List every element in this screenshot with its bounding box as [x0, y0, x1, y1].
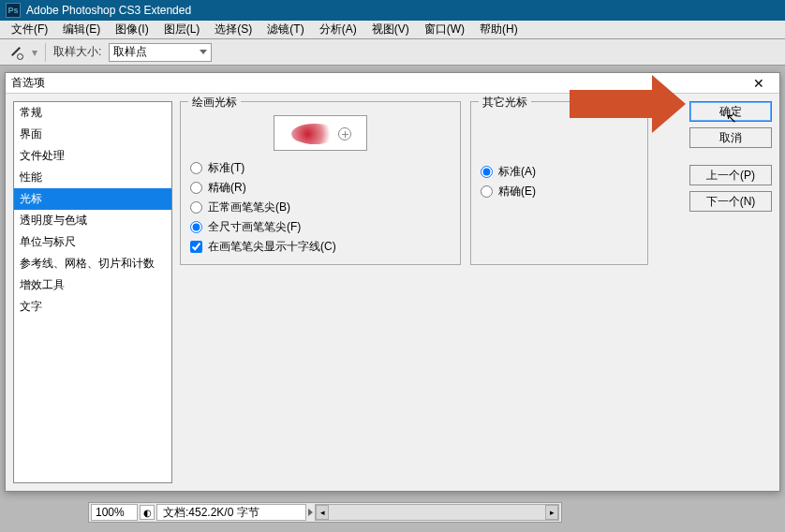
close-button[interactable]: ✕: [744, 74, 774, 93]
status-icon[interactable]: ◐: [140, 505, 155, 520]
window-titlebar: Ps Adobe Photoshop CS3 Extended: [0, 0, 785, 21]
paint-radio-standard[interactable]: 标准(T): [190, 160, 451, 176]
dialog-button-column: 确定 取消 上一个(P) 下一个(N): [689, 101, 772, 212]
category-plugins[interactable]: 增效工具: [14, 274, 171, 296]
paint-check-crosshair[interactable]: 在画笔笔尖显示十字线(C): [190, 239, 451, 255]
status-flyout-arrow[interactable]: [308, 509, 313, 516]
prev-button[interactable]: 上一个(P): [689, 165, 772, 185]
painting-cursors-title: 绘画光标: [188, 95, 241, 111]
dialog-titlebar: 首选项 ✕: [6, 73, 779, 94]
sample-size-value: 取样点: [113, 44, 147, 60]
menu-layer[interactable]: 图层(L): [156, 20, 208, 39]
menu-analysis[interactable]: 分析(A): [312, 20, 364, 39]
painting-cursors-group: 绘画光标 标准(T) 精确(R) 正常画笔笔尖(B) 全尺寸画笔笔尖(F) 在画…: [180, 101, 461, 265]
scroll-right-icon[interactable]: ▸: [545, 505, 558, 520]
brush-preview: [274, 115, 367, 151]
ok-button[interactable]: 确定: [689, 101, 772, 122]
category-performance[interactable]: 性能: [14, 167, 171, 188]
menu-image[interactable]: 图像(I): [108, 20, 156, 39]
menu-view[interactable]: 视图(V): [364, 20, 417, 39]
next-button[interactable]: 下一个(N): [689, 191, 772, 212]
category-cursors[interactable]: 光标: [14, 188, 171, 210]
sample-size-combo[interactable]: 取样点: [109, 43, 212, 62]
category-file-handling[interactable]: 文件处理: [14, 145, 171, 167]
menu-help[interactable]: 帮助(H): [472, 20, 526, 39]
menu-edit[interactable]: 编辑(E): [55, 20, 108, 39]
other-cursors-title: 其它光标: [479, 95, 531, 111]
dialog-title: 首选项: [11, 75, 45, 91]
other-cursors-group: 其它光标 标准(A) 精确(E): [470, 101, 648, 265]
options-toolbar: ▾ 取样大小: 取样点: [0, 39, 785, 66]
app-icon: Ps: [6, 3, 21, 18]
category-units[interactable]: 单位与标尺: [14, 231, 171, 253]
menu-file[interactable]: 文件(F): [4, 20, 55, 39]
category-general[interactable]: 常规: [14, 102, 171, 124]
cancel-button[interactable]: 取消: [689, 127, 772, 148]
category-guides[interactable]: 参考线、网格、切片和计数: [14, 253, 171, 274]
other-radio-standard[interactable]: 标准(A): [481, 164, 638, 180]
chevron-down-icon: [200, 50, 207, 54]
menu-filter[interactable]: 滤镜(T): [259, 20, 311, 39]
sample-size-label: 取样大小:: [53, 44, 101, 60]
scroll-left-icon[interactable]: ◂: [316, 505, 329, 520]
paint-radio-normal-tip[interactable]: 正常画笔笔尖(B): [190, 200, 451, 215]
category-list[interactable]: 常规 界面 文件处理 性能 光标 透明度与色域 单位与标尺 参考线、网格、切片和…: [13, 101, 172, 483]
doc-info[interactable]: 文档:452.2K/0 字节: [156, 504, 306, 521]
paint-radio-precise[interactable]: 精确(R): [190, 180, 451, 196]
status-bar: 100% ◐ 文档:452.2K/0 字节 ◂ ▸: [88, 502, 562, 523]
app-title: Adobe Photoshop CS3 Extended: [26, 4, 191, 17]
horizontal-scrollbar[interactable]: ◂ ▸: [315, 504, 559, 521]
category-transparency[interactable]: 透明度与色域: [14, 210, 171, 231]
menu-select[interactable]: 选择(S): [207, 20, 259, 39]
zoom-field[interactable]: 100%: [91, 504, 138, 521]
preferences-dialog: 首选项 ✕ 常规 界面 文件处理 性能 光标 透明度与色域 单位与标尺 参考线、…: [5, 72, 780, 492]
eyedropper-icon[interactable]: [7, 44, 24, 61]
menu-window[interactable]: 窗口(W): [417, 20, 472, 39]
category-interface[interactable]: 界面: [14, 124, 171, 145]
other-radio-precise[interactable]: 精确(E): [481, 184, 638, 200]
paint-radio-full-tip[interactable]: 全尺寸画笔笔尖(F): [190, 219, 451, 235]
category-type[interactable]: 文字: [14, 296, 171, 318]
menubar: 文件(F) 编辑(E) 图像(I) 图层(L) 选择(S) 滤镜(T) 分析(A…: [0, 21, 785, 39]
